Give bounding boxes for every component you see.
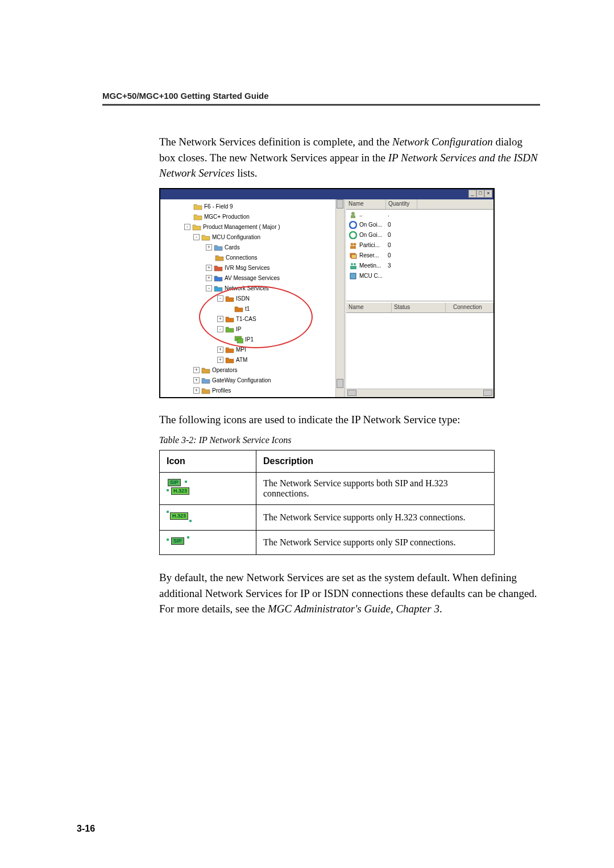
tree-item[interactable]: +GateWay Configuration [160, 375, 344, 386]
table-caption: Table 3-2: IP Network Service Icons [159, 435, 540, 445]
folder-icon [201, 387, 210, 395]
tree-item[interactable]: -MCU Configuration [160, 232, 344, 243]
expander-icon[interactable]: + [217, 357, 223, 363]
tree-item[interactable]: Connections [160, 253, 344, 263]
list-item-qty: 0 [388, 222, 391, 228]
tree-item-label: Cards [225, 244, 240, 251]
p1e: lists. [234, 167, 257, 179]
window-maximize-button[interactable]: □ [476, 190, 484, 198]
col-qty[interactable]: Quantity [386, 199, 417, 209]
closing-paragraph: By default, the new Network Services are… [159, 570, 540, 617]
folder-icon [201, 233, 210, 241]
list-item[interactable]: ... [346, 210, 493, 220]
col-status[interactable]: Status [392, 303, 446, 312]
tree-item[interactable]: F6 - Field 9 [160, 202, 344, 212]
screenshot: _ □ × F6 - Field 9MGC+ Production-Produc… [159, 188, 540, 398]
header-title: MGC+50/MGC+100 Getting Started Guide [102, 91, 540, 106]
svg-point-7 [354, 243, 356, 245]
svg-point-5 [350, 232, 356, 239]
expander-icon[interactable]: - [184, 224, 190, 230]
expander-icon[interactable]: - [206, 285, 212, 291]
p3c: . [439, 603, 442, 615]
list-item[interactable]: Meetin...3 [346, 261, 493, 271]
list-item[interactable]: On Goi...0 [346, 230, 493, 240]
tree-item[interactable]: MGC+ Production [160, 212, 344, 222]
expander-icon[interactable]: + [206, 244, 212, 251]
window-minimize-button[interactable]: _ [468, 190, 476, 198]
right-bottom-list: Name Status Connection [346, 303, 493, 397]
expander-icon[interactable]: - [193, 234, 200, 240]
tree-item-label: MGC+ Production [204, 214, 250, 220]
tree-item-label: GateWay Configuration [212, 377, 271, 383]
desc-both: The Network Service supports both SIP an… [256, 473, 495, 505]
svg-point-11 [351, 263, 353, 265]
tree-item[interactable]: +Profiles [160, 386, 344, 396]
folder-icon [193, 213, 202, 221]
svg-point-6 [351, 243, 354, 245]
svg-rect-3 [351, 215, 355, 218]
folder-icon [214, 274, 223, 282]
expander-icon[interactable]: + [206, 275, 212, 281]
list-item-icon [349, 221, 358, 229]
list-item[interactable]: MCU C... [346, 271, 493, 281]
bottom-scrollbar[interactable] [346, 389, 493, 397]
col-conn[interactable]: Connection [451, 303, 493, 312]
expander-icon[interactable]: + [193, 387, 200, 394]
h323-badge-2: H.323 [170, 512, 188, 520]
expander-icon[interactable]: + [206, 265, 212, 271]
expander-icon[interactable]: + [217, 347, 223, 353]
intro-paragraph: The Network Services definition is compl… [159, 134, 540, 181]
folder-icon [225, 356, 234, 364]
tree-item-label: ATM [236, 357, 247, 363]
folder-icon [201, 366, 210, 374]
folder-icon [192, 223, 201, 231]
tree-item[interactable]: -Product Management ( Major ) [160, 222, 344, 232]
list-item-label: Partici... [359, 242, 388, 248]
list-item-label: On Goi... [359, 222, 388, 228]
tree-item[interactable]: Recording Links [160, 396, 344, 397]
th-desc: Description [256, 450, 495, 473]
folder-icon [215, 254, 224, 262]
tree-item[interactable]: +IVR Msg Services [160, 263, 344, 273]
list-item-qty: 0 [388, 242, 391, 248]
page-number: 3-16 [77, 824, 95, 834]
tree-item[interactable]: +ATM [160, 355, 344, 365]
tree-scrollbar[interactable] [335, 199, 344, 397]
tree-item[interactable]: +Operators [160, 365, 344, 375]
svg-point-4 [350, 222, 356, 228]
svg-point-2 [351, 212, 355, 215]
list-item-icon [349, 262, 358, 270]
desc-h323: The Network Service supports only H.323 … [256, 505, 495, 531]
svg-rect-8 [350, 246, 356, 249]
svg-rect-13 [350, 266, 356, 269]
desc-sip: The Network Service supports only SIP co… [256, 531, 495, 555]
tree-item-label: MCU Configuration [212, 234, 260, 240]
sip-badge-2: SIP [171, 537, 184, 545]
list-item[interactable]: On Goi...0 [346, 220, 493, 230]
expander-icon[interactable]: + [193, 377, 200, 383]
highlight-ellipse [199, 286, 313, 348]
list-item-label: On Goi... [359, 232, 388, 238]
col-name[interactable]: Name [346, 199, 386, 209]
list-item-qty: . [388, 211, 389, 218]
p1b: Network Configuration [392, 136, 493, 148]
list-item-label: .. [359, 211, 388, 218]
tree-item[interactable]: +Cards [160, 243, 344, 253]
tree-item[interactable]: +AV Message Services [160, 273, 344, 283]
list-item[interactable]: Reser...0 [346, 251, 493, 261]
list-item-qty: 3 [388, 262, 391, 269]
titlebar: _ □ × [160, 189, 493, 199]
svg-point-12 [354, 263, 356, 265]
expander-icon[interactable]: + [193, 367, 200, 373]
folder-icon [225, 346, 234, 354]
sip-badge: SIP [168, 479, 181, 486]
window-close-button[interactable]: × [484, 190, 492, 198]
icon-table: Icon Description SIP H.323 The Network S… [159, 450, 495, 555]
folder-icon [201, 377, 210, 385]
col-name2[interactable]: Name [346, 303, 392, 312]
list-item[interactable]: Partici...0 [346, 240, 493, 251]
tree-panel: F6 - Field 9MGC+ Production-Product Mana… [160, 199, 345, 397]
svg-rect-14 [350, 273, 356, 279]
list-item-icon [349, 231, 358, 239]
p2: The following icons are used to indicate… [159, 412, 540, 428]
